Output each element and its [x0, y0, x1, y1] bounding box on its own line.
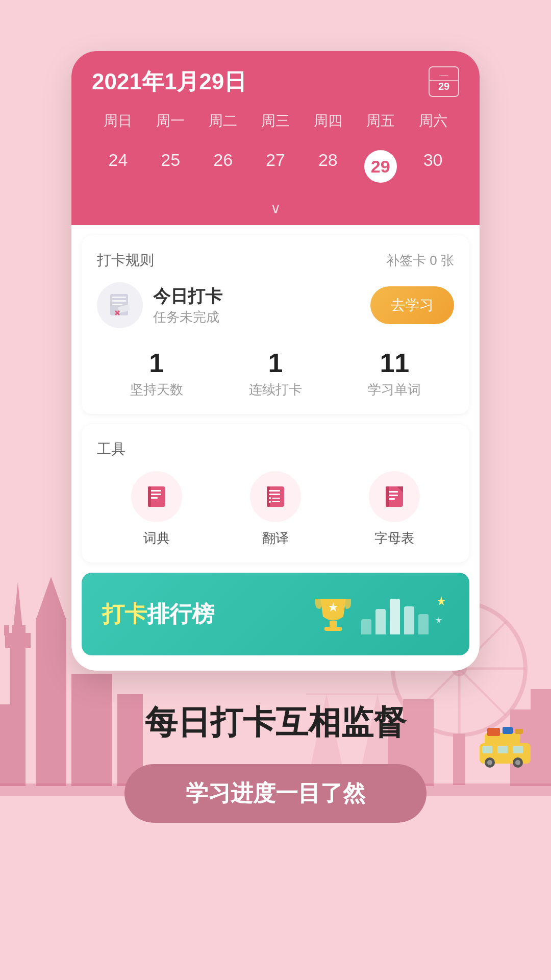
go-study-button[interactable]: 去学习	[370, 286, 454, 324]
checkin-today-subtitle: 任务未完成	[153, 308, 222, 326]
svg-rect-41	[112, 297, 126, 298]
svg-rect-67	[324, 627, 342, 631]
weekday-fri: 周五	[354, 107, 407, 135]
svg-rect-50	[150, 497, 158, 499]
calendar-title: 2021年1月29日	[92, 67, 246, 97]
svg-rect-37	[487, 728, 500, 736]
translate-icon-wrap	[250, 471, 301, 522]
svg-rect-31	[497, 746, 508, 753]
ranking-text: 打卡排行榜	[102, 599, 214, 629]
alphabet-icon-wrap	[369, 471, 420, 522]
tools-card: 工具 词典	[82, 424, 469, 562]
svg-rect-66	[330, 621, 337, 628]
taxi-decoration	[474, 723, 536, 771]
svg-rect-49	[150, 494, 161, 495]
calendar-icon[interactable]: ── 29	[429, 66, 459, 97]
stat-label-3: 学习单词	[368, 381, 421, 399]
checkin-today-row: 今日打卡 任务未完成 去学习	[97, 282, 454, 328]
cta-button[interactable]: 学习进度一目了然	[124, 764, 427, 823]
date-25[interactable]: 25	[144, 143, 197, 190]
weekdays-row: 周日 周一 周二 周三 周四 周五 周六	[92, 107, 459, 135]
stat-number-1: 1	[130, 349, 183, 378]
svg-point-36	[515, 760, 520, 765]
stat-label-1: 坚持天数	[130, 381, 183, 399]
stats-row: 1 坚持天数 1 连续打卡 11 学习单词	[97, 344, 454, 399]
svg-rect-63	[389, 491, 398, 493]
checkin-rules-header: 打卡规则 补签卡 0 张	[97, 251, 454, 270]
svg-rect-42	[112, 300, 126, 302]
svg-rect-48	[150, 490, 161, 492]
phone-card: 2021年1月29日 ── 29 周日 周一 周二 周三 周四 周五 周六 24…	[71, 51, 480, 671]
svg-rect-54	[269, 490, 280, 492]
dictionary-icon-wrap	[131, 471, 182, 522]
svg-rect-59	[272, 501, 280, 502]
ranking-highlight: 打卡	[102, 601, 147, 626]
bottom-headline: 每日打卡互相监督	[124, 701, 427, 744]
ranking-banner[interactable]: 打卡排行榜	[82, 573, 469, 655]
calendar-section: 2021年1月29日 ── 29 周日 周一 周二 周三 周四 周五 周六 24…	[71, 51, 480, 225]
tool-alphabet-label: 字母表	[374, 529, 414, 547]
svg-point-56	[269, 497, 271, 499]
date-24[interactable]: 24	[92, 143, 144, 190]
svg-rect-38	[503, 727, 513, 734]
tool-dictionary-label: 词典	[143, 529, 170, 547]
stat-persist-days: 1 坚持天数	[130, 349, 183, 399]
checkin-today-info: 今日打卡 任务未完成	[153, 285, 222, 326]
svg-rect-51	[148, 486, 151, 507]
tool-translate[interactable]: 翻译	[250, 471, 301, 547]
svg-rect-64	[389, 495, 398, 496]
date-30[interactable]: 30	[407, 143, 459, 190]
svg-marker-70	[436, 617, 442, 623]
bar-chart-decoration	[361, 594, 429, 634]
checkin-today-title: 今日打卡	[153, 285, 222, 308]
weekday-thu: 周四	[302, 107, 354, 135]
bottom-section: 每日打卡互相监督 学习进度一目了然	[84, 671, 467, 843]
weekday-sun: 周日	[92, 107, 144, 135]
svg-rect-61	[386, 486, 389, 507]
svg-rect-39	[515, 729, 523, 734]
date-26[interactable]: 26	[197, 143, 249, 190]
dates-row: 24 25 26 27 28 29 30	[92, 143, 459, 195]
ranking-right	[310, 591, 449, 637]
svg-point-58	[269, 501, 271, 503]
ranking-normal: 排行榜	[147, 601, 214, 626]
stat-consecutive: 1 连续打卡	[249, 349, 302, 399]
checkin-card: 打卡规则 补签卡 0 张	[82, 235, 469, 414]
tool-translate-label: 翻译	[262, 529, 289, 547]
svg-rect-65	[389, 498, 395, 500]
svg-rect-53	[267, 486, 270, 507]
weekday-tue: 周二	[197, 107, 249, 135]
chevron-row[interactable]: ∨	[92, 195, 459, 225]
tool-alphabet[interactable]: 字母表	[369, 471, 420, 547]
tools-title: 工具	[97, 439, 454, 459]
weekday-sat: 周六	[407, 107, 459, 135]
tool-dictionary[interactable]: 词典	[131, 471, 182, 547]
weekday-mon: 周一	[144, 107, 197, 135]
stat-number-3: 11	[368, 349, 421, 378]
svg-rect-57	[272, 498, 280, 499]
checkin-today-left: 今日打卡 任务未完成	[97, 282, 222, 328]
date-27[interactable]: 27	[249, 143, 302, 190]
weekday-wed: 周三	[249, 107, 302, 135]
stat-label-2: 连续打卡	[249, 381, 302, 399]
checkin-rules-label: 打卡规则	[97, 251, 154, 270]
checkin-icon-wrap	[97, 282, 143, 328]
svg-rect-55	[269, 494, 280, 495]
stat-number-2: 1	[249, 349, 302, 378]
main-wrapper: 2021年1月29日 ── 29 周日 周一 周二 周三 周四 周五 周六 24…	[0, 0, 551, 843]
svg-marker-69	[437, 596, 446, 605]
chevron-down-icon: ∨	[270, 201, 281, 216]
supplement-label: 补签卡 0 张	[386, 252, 454, 270]
svg-rect-43	[112, 304, 122, 305]
svg-point-34	[487, 760, 492, 765]
date-28[interactable]: 28	[302, 143, 354, 190]
tools-grid: 词典	[97, 471, 454, 547]
date-29[interactable]: 29	[354, 143, 407, 190]
svg-rect-30	[482, 746, 492, 753]
svg-rect-32	[513, 746, 523, 753]
stat-words: 11 学习单词	[368, 349, 421, 399]
